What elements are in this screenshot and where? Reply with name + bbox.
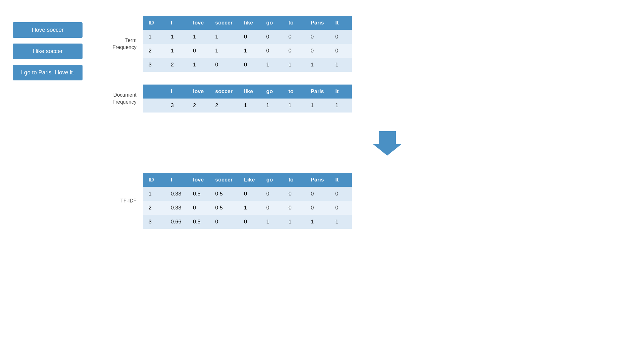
df-cell-r0-c4: 1 (238, 99, 261, 113)
df-col-to: to (283, 85, 305, 99)
down-arrow-icon (373, 128, 402, 157)
tfidf-row-3: 30.660.5001111 (143, 215, 352, 229)
tfidf-section: TF-IDF ID I love soccer Like go to Paris… (102, 173, 631, 229)
tfidf-cell-r0-c6: 0 (283, 187, 305, 201)
tf-cell-r0-c5: 0 (261, 30, 283, 44)
tf-col-like: like (238, 16, 261, 30)
tfidf-cell-r0-c7: 0 (305, 187, 330, 201)
df-col-empty (143, 85, 165, 99)
tfidf-cell-r1-c7: 0 (305, 201, 330, 215)
tf-cell-r0-c4: 0 (238, 30, 261, 44)
tfidf-cell-r1-c3: 0.5 (209, 201, 238, 215)
tf-cell-r0-c2: 1 (187, 30, 209, 44)
tfidf-col-go: go (261, 173, 283, 187)
tf-col-i: I (165, 16, 187, 30)
tf-cell-r0-c7: 0 (305, 30, 330, 44)
tf-cell-r1-c5: 0 (261, 44, 283, 58)
df-col-i: I (165, 85, 187, 99)
tf-table: ID I love soccer like go to Paris It 111… (143, 16, 352, 72)
tf-label: TermFrequency (102, 37, 136, 51)
df-col-soccer: soccer (209, 85, 238, 99)
tables-panel: TermFrequency ID I love soccer like go t… (102, 16, 631, 229)
tf-cell-r0-c8: 0 (329, 30, 352, 44)
tf-col-it: It (329, 16, 352, 30)
tfidf-cell-r2-c6: 1 (283, 215, 305, 229)
documents-panel: I love soccer I like soccer I go to Pari… (13, 22, 83, 80)
tf-header-row: ID I love soccer like go to Paris It (143, 16, 352, 30)
tfidf-cell-r2-c0: 3 (143, 215, 165, 229)
df-cell-r0-c8: 1 (329, 99, 352, 113)
tf-cell-r1-c2: 0 (187, 44, 209, 58)
df-col-it: It (329, 85, 352, 99)
tf-cell-r0-c6: 0 (283, 30, 305, 44)
tfidf-cell-r0-c2: 0.5 (187, 187, 209, 201)
tf-col-soccer: soccer (209, 16, 238, 30)
tfidf-cell-r1-c5: 0 (261, 201, 283, 215)
tf-cell-r2-c7: 1 (305, 58, 330, 72)
tf-cell-r1-c8: 0 (329, 44, 352, 58)
tfidf-cell-r1-c8: 0 (329, 201, 352, 215)
tf-cell-r2-c3: 0 (209, 58, 238, 72)
tf-cell-r1-c6: 0 (283, 44, 305, 58)
tfidf-cell-r0-c3: 0.5 (209, 187, 238, 201)
tf-row-3: 321001111 (143, 58, 352, 72)
svg-marker-0 (373, 131, 402, 156)
tfidf-row-2: 20.3300.510000 (143, 201, 352, 215)
df-table: I love soccer like go to Paris It 322111… (143, 85, 352, 113)
arrow-container (143, 128, 631, 157)
tf-cell-r2-c2: 1 (187, 58, 209, 72)
tf-section: TermFrequency ID I love soccer like go t… (102, 16, 631, 72)
tfidf-cell-r0-c8: 0 (329, 187, 352, 201)
tfidf-cell-r0-c5: 0 (261, 187, 283, 201)
tf-col-to: to (283, 16, 305, 30)
tfidf-cell-r1-c1: 0.33 (165, 201, 187, 215)
tf-cell-r2-c8: 1 (329, 58, 352, 72)
tfidf-cell-r1-c6: 0 (283, 201, 305, 215)
tfidf-col-love: love (187, 173, 209, 187)
doc-card-1: I love soccer (13, 22, 83, 38)
df-cell-r0-c3: 2 (209, 99, 238, 113)
df-cell-r0-c6: 1 (283, 99, 305, 113)
tf-cell-r0-c1: 1 (165, 30, 187, 44)
df-cell-r0-c7: 1 (305, 99, 330, 113)
tfidf-cell-r2-c3: 0 (209, 215, 238, 229)
tf-cell-r1-c4: 1 (238, 44, 261, 58)
tf-col-paris: Paris (305, 16, 330, 30)
df-header-row: I love soccer like go to Paris It (143, 85, 352, 99)
df-cell-r0-c0 (143, 99, 165, 113)
tf-cell-r1-c7: 0 (305, 44, 330, 58)
tfidf-table: ID I love soccer Like go to Paris It 10.… (143, 173, 352, 229)
doc-card-2: I like soccer (13, 44, 83, 59)
tfidf-cell-r2-c8: 1 (329, 215, 352, 229)
tfidf-cell-r2-c5: 1 (261, 215, 283, 229)
tfidf-cell-r1-c0: 2 (143, 201, 165, 215)
tf-cell-r2-c5: 1 (261, 58, 283, 72)
df-cell-r0-c2: 2 (187, 99, 209, 113)
tfidf-row-1: 10.330.50.500000 (143, 187, 352, 201)
tfidf-col-id: ID (143, 173, 165, 187)
tfidf-col-it: It (329, 173, 352, 187)
tf-cell-r2-c0: 3 (143, 58, 165, 72)
tf-cell-r2-c6: 1 (283, 58, 305, 72)
tfidf-cell-r0-c4: 0 (238, 187, 261, 201)
tf-cell-r1-c1: 1 (165, 44, 187, 58)
tf-row-1: 111100000 (143, 30, 352, 44)
df-col-like: like (238, 85, 261, 99)
tf-col-go: go (261, 16, 283, 30)
df-cell-r0-c5: 1 (261, 99, 283, 113)
tfidf-cell-r2-c4: 0 (238, 215, 261, 229)
df-section: DocumentFrequency I love soccer like go … (102, 85, 631, 113)
df-col-go: go (261, 85, 283, 99)
tfidf-col-soccer: soccer (209, 173, 238, 187)
doc-card-3: I go to Paris. I love it. (13, 65, 83, 80)
tfidf-cell-r2-c1: 0.66 (165, 215, 187, 229)
tfidf-col-to: to (283, 173, 305, 187)
tf-cell-r1-c0: 2 (143, 44, 165, 58)
tf-cell-r2-c4: 0 (238, 58, 261, 72)
tfidf-cell-r1-c2: 0 (187, 201, 209, 215)
tfidf-cell-r2-c2: 0.5 (187, 215, 209, 229)
df-row-0: 32211111 (143, 99, 352, 113)
tfidf-col-paris: Paris (305, 173, 330, 187)
tf-cell-r1-c3: 1 (209, 44, 238, 58)
tfidf-col-like: Like (238, 173, 261, 187)
